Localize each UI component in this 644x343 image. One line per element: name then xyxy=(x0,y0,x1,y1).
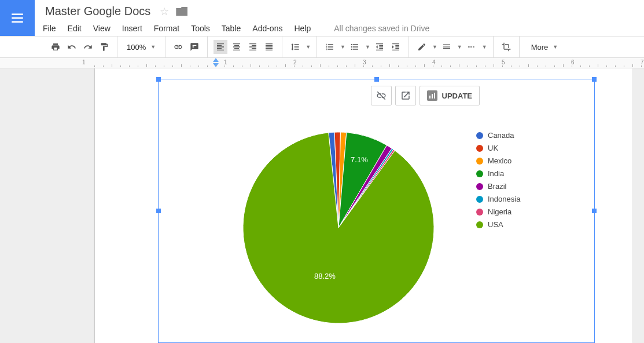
menu-insert[interactable]: Insert xyxy=(122,24,142,33)
svg-rect-4 xyxy=(429,96,430,98)
print-button[interactable] xyxy=(49,40,62,54)
pie-chart[interactable]: 7.1%88.2% xyxy=(240,129,437,326)
chevron-down-icon: ▼ xyxy=(482,44,487,50)
legend-item[interactable]: Nigeria xyxy=(476,207,520,216)
save-status: All changes saved in Drive xyxy=(334,24,429,33)
numbered-list-icon xyxy=(325,42,334,52)
toolbar: 100%▼ ▼ ▼ ▼ ▼ ▼ ▼ More▼ xyxy=(0,36,644,58)
decrease-indent-icon xyxy=(375,42,384,52)
ruler-number: 4 xyxy=(432,59,436,65)
decrease-indent-button[interactable] xyxy=(373,40,387,54)
align-center-icon xyxy=(232,42,241,52)
open-icon xyxy=(400,90,411,101)
redo-button[interactable] xyxy=(81,40,95,54)
ruler-number: 5 xyxy=(502,59,505,65)
align-left-button[interactable] xyxy=(214,40,227,54)
zoom-dropdown[interactable]: 100%▼ xyxy=(123,43,159,52)
menu-file[interactable]: File xyxy=(43,24,56,33)
border-weight-button[interactable] xyxy=(440,40,454,54)
chevron-down-icon: ▼ xyxy=(340,44,345,50)
resize-handle[interactable] xyxy=(592,209,597,213)
legend-item[interactable]: Canada xyxy=(476,131,520,140)
ruler-number: 1 xyxy=(82,59,86,65)
unlink-icon xyxy=(376,90,387,101)
more-button[interactable]: More▼ xyxy=(525,43,564,52)
menu-view[interactable]: View xyxy=(93,24,111,33)
legend-label: Nigeria xyxy=(488,207,511,216)
align-right-button[interactable] xyxy=(246,40,260,54)
redo-icon xyxy=(83,42,93,52)
link-button[interactable] xyxy=(171,40,185,54)
chart-legend: CanadaUKMexicoIndiaBrazilIndonesiaNigeri… xyxy=(476,131,520,233)
unlink-chart-button[interactable] xyxy=(371,86,392,105)
slice-label: 7.1% xyxy=(351,155,368,164)
legend-label: USA xyxy=(488,220,503,229)
numbered-list-button[interactable] xyxy=(323,40,337,54)
legend-item[interactable]: Indonesia xyxy=(476,195,520,203)
resize-handle[interactable] xyxy=(156,77,161,82)
legend-label: Indonesia xyxy=(488,195,520,203)
legend-item[interactable]: USA xyxy=(476,220,520,229)
legend-label: Brazil xyxy=(488,182,507,191)
legend-swatch xyxy=(476,170,483,177)
update-label: UPDATE xyxy=(442,92,472,100)
document-title[interactable]: Master Google Docs xyxy=(43,3,153,19)
crop-icon xyxy=(502,42,511,52)
resize-handle[interactable] xyxy=(592,77,597,82)
legend-item[interactable]: Mexico xyxy=(476,156,520,165)
menu-addons[interactable]: Add-ons xyxy=(252,24,282,33)
menu-tools[interactable]: Tools xyxy=(191,24,210,33)
menu-format[interactable]: Format xyxy=(154,24,179,33)
align-justify-button[interactable] xyxy=(262,40,276,54)
star-icon[interactable]: ☆ xyxy=(160,5,169,18)
zoom-value: 100% xyxy=(127,43,146,52)
legend-label: India xyxy=(488,169,504,178)
ruler-number: 2 xyxy=(293,59,297,65)
legend-label: Canada xyxy=(488,131,514,140)
increase-indent-icon xyxy=(391,42,400,52)
legend-item[interactable]: Brazil xyxy=(476,182,520,191)
document-canvas[interactable]: UPDATE 7.1%88.2% CanadaUKMexicoIndiaBraz… xyxy=(0,68,644,343)
line-spacing-button[interactable] xyxy=(288,40,302,54)
resize-handle[interactable] xyxy=(156,209,161,213)
line-spacing-icon xyxy=(290,42,300,52)
border-weight-icon xyxy=(442,42,451,52)
legend-label: Mexico xyxy=(488,156,511,165)
chevron-down-icon: ▼ xyxy=(553,44,558,50)
menu-help[interactable]: Help xyxy=(294,24,311,33)
border-dash-icon xyxy=(467,42,476,52)
menu-edit[interactable]: Edit xyxy=(68,24,82,33)
align-left-icon xyxy=(216,42,225,52)
ruler-number: 1 xyxy=(224,59,227,65)
chevron-down-icon: ▼ xyxy=(150,44,156,50)
menu-table[interactable]: Table xyxy=(222,24,241,33)
legend-item[interactable]: UK xyxy=(476,144,520,152)
legend-item[interactable]: India xyxy=(476,169,520,178)
app-menu-button[interactable] xyxy=(0,0,35,36)
open-source-button[interactable] xyxy=(395,86,416,105)
undo-button[interactable] xyxy=(65,40,79,54)
chevron-down-icon: ▼ xyxy=(365,44,370,50)
comment-button[interactable] xyxy=(187,40,201,54)
bulleted-list-button[interactable] xyxy=(348,40,362,54)
ruler-number: 3 xyxy=(363,59,366,65)
svg-rect-1 xyxy=(12,17,23,19)
border-color-button[interactable] xyxy=(415,40,429,54)
legend-swatch xyxy=(476,221,483,228)
paint-format-button[interactable] xyxy=(97,40,111,54)
legend-label: UK xyxy=(488,144,498,152)
update-chart-button[interactable]: UPDATE xyxy=(419,86,480,105)
legend-swatch xyxy=(476,196,483,203)
paint-roller-icon xyxy=(100,42,109,52)
increase-indent-button[interactable] xyxy=(389,40,403,54)
crop-button[interactable] xyxy=(499,40,513,54)
chart-icon xyxy=(427,90,437,101)
legend-swatch xyxy=(476,183,483,190)
folder-icon[interactable] xyxy=(176,7,187,16)
slice-label: 88.2% xyxy=(314,272,336,280)
align-center-button[interactable] xyxy=(230,40,244,54)
border-dash-button[interactable] xyxy=(465,40,479,54)
svg-rect-5 xyxy=(432,94,433,98)
resize-handle[interactable] xyxy=(374,77,379,82)
ruler[interactable]: 11234567 xyxy=(0,58,644,68)
